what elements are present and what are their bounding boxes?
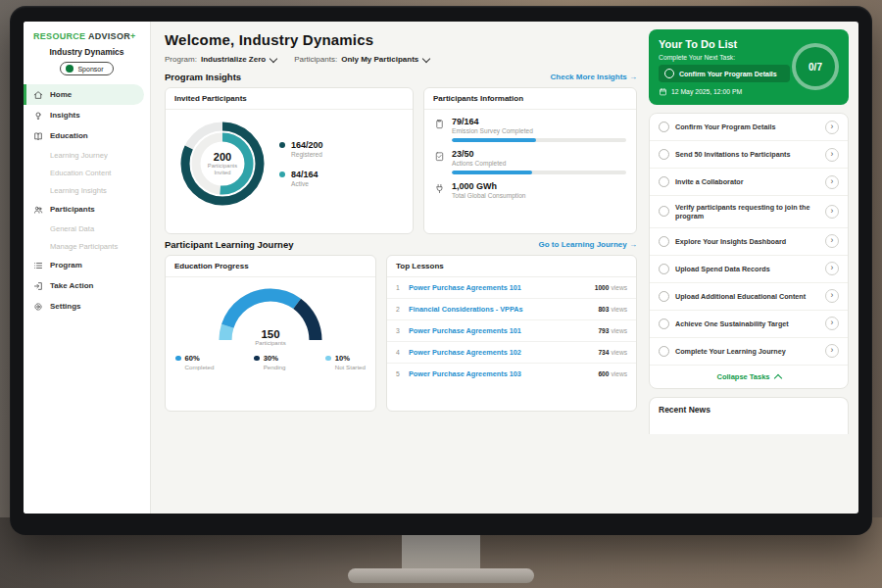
- next-task-pill[interactable]: Confirm Your Program Details: [659, 65, 790, 82]
- plug-icon: [434, 183, 445, 194]
- sidebar-item-education-content[interactable]: Education Content: [24, 164, 150, 181]
- recent-news-title: Recent News: [659, 405, 710, 415]
- chevron-right-icon[interactable]: ›: [825, 121, 839, 134]
- program-label: Program:: [165, 55, 197, 64]
- monitor-stand-base: [348, 568, 534, 583]
- recent-news-card: Recent News: [649, 397, 849, 434]
- program-select[interactable]: Program: Industrialize Zero: [165, 55, 276, 64]
- legend-active: 84/164 Active: [279, 170, 323, 187]
- sidebar-item-home[interactable]: Home: [24, 84, 144, 105]
- todo-subtitle: Complete Your Next Task:: [659, 54, 790, 61]
- lesson-row: 4 Power Purchase Agreements 102 734 view…: [387, 342, 636, 364]
- sidebar-item-participants[interactable]: Participants: [24, 199, 150, 220]
- gauge-legend: 60% Completed 30% Pending: [166, 348, 375, 376]
- task-row[interactable]: Confirm Your Program Details›: [650, 114, 848, 141]
- chevron-right-icon[interactable]: ›: [825, 317, 839, 330]
- sidebar-item-learning-journey[interactable]: Learning Journey: [24, 146, 150, 164]
- survey-icon: [434, 119, 445, 129]
- sidebar-item-label: Participants: [50, 205, 95, 214]
- chevron-right-icon[interactable]: ›: [825, 205, 839, 219]
- sponsor-label: Sponsor: [77, 66, 103, 73]
- learning-journey-section-header: Participant Learning Journey Go to Learn…: [165, 239, 637, 250]
- participants-value: Only My Participants: [341, 55, 418, 64]
- section-title: Program Insights: [165, 72, 241, 82]
- legend-dot: [254, 356, 260, 362]
- task-row[interactable]: Complete Your Learning Journey›: [650, 338, 848, 366]
- sponsor-badge[interactable]: Sponsor: [60, 62, 113, 75]
- sidebar-item-general-data[interactable]: General Data: [24, 220, 150, 237]
- main-content: Welcome, Industry Dynamics Program: Indu…: [151, 22, 649, 514]
- invited-participants-card: Invited Participants: [165, 87, 414, 234]
- collapse-tasks-link[interactable]: Collapse Tasks: [650, 366, 848, 388]
- sidebar-item-settings[interactable]: Settings: [24, 296, 150, 317]
- filter-bar: Program: Industrialize Zero Participants…: [165, 55, 637, 64]
- task-row[interactable]: Explore Your Insights Dashboard›: [650, 228, 848, 256]
- gauge-center-label: Participants: [214, 340, 327, 346]
- checkbox-icon[interactable]: [659, 122, 669, 132]
- card-title: Participants Information: [424, 88, 636, 110]
- task-row[interactable]: Send 50 Invitations to Participants›: [650, 141, 848, 169]
- checkbox-icon[interactable]: [659, 291, 669, 302]
- checkbox-icon[interactable]: [659, 264, 669, 274]
- calendar-icon: [659, 87, 667, 96]
- emission-progress-bar: [452, 138, 626, 142]
- task-row[interactable]: Invite a Collaborator›: [650, 169, 848, 196]
- chevron-right-icon[interactable]: ›: [825, 148, 839, 162]
- donut-center-value: 200: [214, 151, 231, 163]
- chevron-right-icon[interactable]: ›: [825, 289, 839, 303]
- link-label: Go to Learning Journey: [539, 240, 627, 249]
- monitor-stand-neck: [402, 529, 480, 572]
- legend-dot: [175, 356, 181, 362]
- gear-icon: [33, 302, 43, 312]
- sidebar-item-education[interactable]: Education: [24, 125, 150, 146]
- lesson-link[interactable]: Power Purchase Agreements 103: [409, 369, 591, 378]
- gauge-center-value: 150: [214, 328, 327, 340]
- todo-panel: Your To Do List Complete Your Next Task:…: [649, 22, 858, 514]
- insights-cards-row: Invited Participants: [165, 87, 637, 234]
- lesson-link[interactable]: Power Purchase Agreements 101: [409, 326, 591, 335]
- checkbox-icon[interactable]: [659, 318, 669, 329]
- consumption-row: 1,000 GWh Total Global Consumption: [434, 181, 626, 199]
- sidebar-item-program[interactable]: Program: [24, 255, 150, 275]
- actions-progress-bar: [452, 171, 626, 174]
- chevron-right-icon[interactable]: ›: [825, 344, 839, 358]
- scene: RESOURCE ADVISOR+ Industry Dynamics Spon…: [0, 0, 882, 588]
- lesson-link[interactable]: Power Purchase Agreements 102: [409, 348, 591, 357]
- checkbox-icon[interactable]: [659, 176, 669, 187]
- sidebar-item-take-action[interactable]: Take Action: [24, 275, 150, 296]
- checkbox-icon[interactable]: [664, 69, 674, 78]
- task-row[interactable]: Achieve One Sustainability Target›: [650, 311, 848, 338]
- sidebar-item-manage-participants[interactable]: Manage Participants: [24, 237, 150, 255]
- sidebar-item-insights[interactable]: Insights: [24, 105, 150, 125]
- task-row[interactable]: Upload Additional Educational Content›: [650, 283, 848, 311]
- checkbox-icon[interactable]: [659, 346, 669, 357]
- checkbox-icon[interactable]: [659, 236, 669, 247]
- lesson-link[interactable]: Financial Considerations - VPPAs: [409, 305, 591, 314]
- program-value: Industrialize Zero: [201, 55, 266, 64]
- chevron-right-icon[interactable]: ›: [825, 234, 839, 248]
- go-to-learning-journey-link[interactable]: Go to Learning Journey →: [539, 240, 637, 249]
- card-title: Education Progress: [166, 256, 375, 277]
- participants-label: Participants:: [294, 55, 337, 64]
- legend-pending: 30% Pending: [254, 354, 285, 370]
- lesson-link[interactable]: Power Purchase Agreements 101: [409, 283, 588, 292]
- legend-completed: 60% Completed: [175, 354, 214, 370]
- arrow-right-icon: →: [629, 240, 637, 249]
- task-row[interactable]: Verify participants requesting to join t…: [650, 196, 848, 228]
- checkbox-icon[interactable]: [659, 206, 669, 217]
- participants-select[interactable]: Participants: Only My Participants: [294, 55, 429, 64]
- lesson-row: 5 Power Purchase Agreements 103 600 view…: [387, 364, 636, 384]
- top-lessons-card: Top Lessons 1 Power Purchase Agreements …: [386, 255, 637, 412]
- chevron-right-icon[interactable]: ›: [825, 175, 839, 189]
- task-row[interactable]: Upload Spend Data Records›: [650, 256, 848, 283]
- chevron-right-icon[interactable]: ›: [825, 262, 839, 275]
- sidebar-item-label: Insights: [50, 111, 80, 120]
- screen: RESOURCE ADVISOR+ Industry Dynamics Spon…: [24, 22, 858, 514]
- sidebar-item-label: Program: [50, 261, 82, 270]
- todo-progress-ring: 0/7: [792, 43, 839, 90]
- checkbox-icon[interactable]: [659, 149, 669, 160]
- sidebar-item-learning-insights[interactable]: Learning Insights: [24, 181, 150, 199]
- next-task-label: Confirm Your Program Details: [679, 71, 777, 77]
- check-more-insights-link[interactable]: Check More Insights →: [551, 73, 637, 81]
- learning-cards-row: Education Progress 150 Participants: [165, 255, 637, 412]
